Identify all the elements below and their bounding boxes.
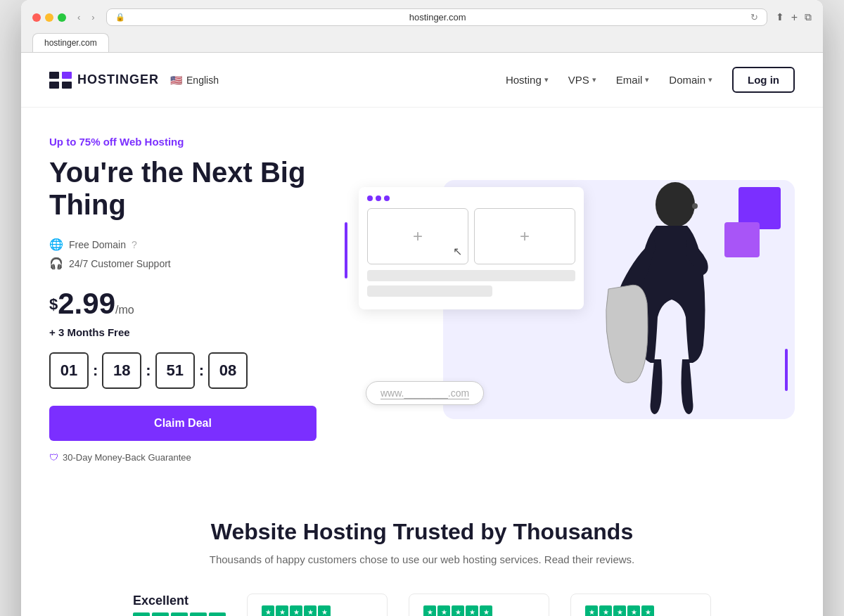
countdown-timer: 01 : 18 : 51 : 08 [49, 352, 316, 389]
countdown-seconds: 51 [155, 352, 195, 389]
browser-actions: ⬆ + ⧉ [776, 11, 812, 24]
close-button[interactable] [32, 13, 41, 22]
subtitle-suffix: off Web Hosting [101, 136, 184, 148]
nav-email[interactable]: Email ▾ [616, 74, 650, 86]
r3-star-5: ★ [641, 605, 654, 616]
hero-section: Up to 75% off Web Hosting You're the Nex… [21, 108, 823, 477]
nav-vps-label: VPS [568, 74, 589, 86]
url-text: hostinger.com [129, 12, 746, 23]
money-back-guarantee: 🛡 30-Day Money-Back Guarantee [49, 452, 316, 463]
hero-features: 🌐 Free Domain ? 🎧 24/7 Customer Support [49, 238, 316, 270]
price-amount: 2.99 [58, 287, 115, 320]
headset-icon: 🎧 [49, 257, 63, 270]
domain-dropdown-icon: ▾ [708, 75, 712, 84]
shield-icon: 🛡 [49, 452, 58, 463]
feature-support-label: 24/7 Customer Support [69, 258, 171, 269]
claim-deal-button[interactable]: Claim Deal [49, 406, 316, 441]
feature-support: 🎧 24/7 Customer Support [49, 257, 316, 270]
traffic-lights [32, 13, 66, 22]
svg-rect-0 [49, 72, 59, 79]
countdown-ms: 08 [208, 352, 248, 389]
money-back-label: 30-Day Money-Back Guarantee [63, 452, 191, 463]
hero-subtitle: Up to 75% off Web Hosting [49, 136, 316, 148]
browser-window: ‹ › 🔒 hostinger.com ↻ ⬆ + ⧉ hostinger.co… [21, 0, 823, 616]
feature-domain: 🌐 Free Domain ? [49, 238, 316, 251]
mockup-dot-1 [367, 195, 373, 201]
address-bar[interactable]: 🔒 hostinger.com ↻ [106, 8, 767, 26]
navbar-right: Hosting ▾ VPS ▾ Email ▾ Domain ▾ Log in [506, 67, 795, 93]
r1-star-2: ★ [276, 605, 288, 616]
refresh-icon[interactable]: ↻ [750, 12, 758, 23]
browser-chrome: ‹ › 🔒 hostinger.com ↻ ⬆ + ⧉ hostinger.co… [21, 0, 823, 53]
domain-suffix: .com [448, 387, 469, 399]
navbar-left: HOSTINGER 🇺🇸 English [49, 72, 219, 89]
star-2: ★ [152, 612, 169, 616]
hero-price: $2.99/mo [49, 287, 316, 321]
vps-dropdown-icon: ▾ [592, 75, 596, 84]
mockup-dot-2 [376, 195, 381, 201]
price-dollar: $ [49, 295, 58, 313]
r3-star-1: ★ [585, 605, 598, 616]
r2-star-5: ★ [480, 605, 492, 616]
active-tab[interactable]: hostinger.com [32, 33, 109, 52]
nav-domain-label: Domain [669, 74, 705, 86]
cursor-icon: ↖ [453, 245, 462, 258]
share-icon[interactable]: ⬆ [776, 11, 784, 24]
domain-underline: ________ [404, 387, 447, 399]
review-3-stars: ★ ★ ★ ★ ★ [585, 605, 696, 616]
review-card-3: ★ ★ ★ ★ ★ ✓ Verified Great Service [570, 593, 711, 616]
tabs-icon[interactable]: ⧉ [805, 11, 812, 24]
review-card-2: ★ ★ ★ ★ ★ ✓ Verified Fast service [409, 593, 549, 616]
star-5: ★ [209, 612, 226, 616]
accent-line-right [785, 349, 788, 391]
language-selector[interactable]: 🇺🇸 English [170, 75, 219, 86]
nav-domain[interactable]: Domain ▾ [669, 74, 712, 86]
countdown-hours: 01 [49, 352, 89, 389]
countdown-sep-2: : [146, 361, 151, 380]
nav-email-label: Email [616, 74, 643, 86]
hero-illustration: + ↖ + [345, 166, 795, 433]
trusted-section: Website Hosting Trusted by Thousands Tho… [21, 477, 823, 616]
svg-rect-2 [62, 72, 72, 79]
r2-star-3: ★ [452, 605, 464, 616]
mockup-bar-1 [367, 270, 575, 281]
browser-controls: ‹ › [75, 11, 98, 24]
mockup-bar-2 [367, 285, 492, 297]
nav-hosting[interactable]: Hosting ▾ [506, 74, 549, 86]
star-4: ★ [190, 612, 207, 616]
r2-star-4: ★ [466, 605, 478, 616]
r1-star-4: ★ [304, 605, 316, 616]
minimize-button[interactable] [45, 13, 53, 22]
r3-star-4: ★ [627, 605, 640, 616]
nav-vps[interactable]: VPS ▾ [568, 74, 596, 86]
r2-star-1: ★ [423, 605, 436, 616]
globe-icon: 🌐 [49, 238, 63, 251]
price-period: /mo [115, 304, 134, 316]
logo-text: HOSTINGER [77, 72, 159, 87]
hero-left: Up to 75% off Web Hosting You're the Nex… [49, 136, 316, 463]
mockup-card-2: + [474, 208, 575, 264]
trusted-subtitle: Thousands of happy customers chose to us… [49, 553, 795, 565]
nav-hosting-label: Hosting [506, 74, 542, 86]
logo[interactable]: HOSTINGER [49, 72, 159, 89]
countdown-sep-1: : [93, 361, 98, 380]
star-1: ★ [133, 612, 150, 616]
mockup-dot-3 [384, 195, 390, 201]
r3-star-2: ★ [599, 605, 612, 616]
login-button[interactable]: Log in [732, 67, 795, 93]
maximize-button[interactable] [58, 13, 66, 22]
svg-point-5 [692, 203, 698, 209]
back-button[interactable]: ‹ [75, 11, 83, 24]
r3-star-3: ★ [613, 605, 626, 616]
new-tab-icon[interactable]: + [791, 11, 798, 24]
email-dropdown-icon: ▾ [645, 75, 649, 84]
domain-bar: www.________.com [366, 381, 484, 405]
browser-tabs: hostinger.com [32, 33, 812, 52]
hosting-dropdown-icon: ▾ [544, 75, 549, 84]
excellent-label: Excellent [133, 593, 226, 608]
language-label: English [186, 75, 219, 86]
forward-button[interactable]: › [89, 11, 97, 24]
website-mockup: + ↖ + [359, 187, 584, 309]
r1-star-3: ★ [290, 605, 302, 616]
page-content: HOSTINGER 🇺🇸 English Hosting ▾ VPS ▾ Ema… [21, 53, 823, 616]
